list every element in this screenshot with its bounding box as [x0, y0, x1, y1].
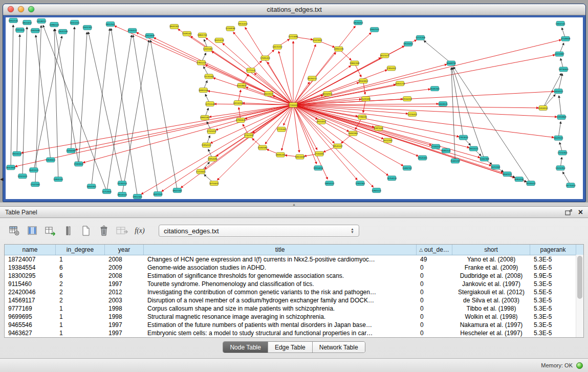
graph-node[interactable]: 15462112	[402, 166, 412, 170]
graph-node[interactable]: 16013121	[264, 92, 274, 96]
graph-node[interactable]: 17244461	[314, 151, 324, 156]
function-builder-button[interactable]: f(x)	[133, 224, 147, 238]
graph-node[interactable]: 19312441	[133, 194, 143, 199]
graph-node[interactable]: 19734403	[559, 67, 569, 72]
graph-node[interactable]: 15618813	[237, 83, 247, 88]
graph-node[interactable]: 16770414	[566, 183, 576, 188]
table-scrollbar[interactable]	[576, 255, 583, 337]
tab-node-table[interactable]: Node Table	[223, 342, 268, 353]
column-header-out_degree[interactable]: △out_de…	[417, 245, 452, 255]
network-canvas-area[interactable]: 1724006115713486120218241696122619861308…	[6, 17, 583, 199]
graph-node[interactable]: 14614408	[295, 155, 305, 159]
graph-node[interactable]: 15953808	[557, 115, 567, 119]
graph-node[interactable]: 18104124	[117, 192, 127, 197]
graph-node[interactable]: 16081341	[430, 86, 440, 91]
graph-node[interactable]: 14108212	[36, 18, 47, 23]
column-header-pagerank[interactable]: pagerank	[530, 245, 576, 255]
graph-node[interactable]: 18014412	[22, 20, 32, 25]
graph-node[interactable]: 15051311	[82, 25, 92, 30]
graph-node[interactable]: 18541061	[418, 156, 428, 160]
graph-node[interactable]: 15980124	[49, 22, 59, 27]
graph-node[interactable]: 15905131	[53, 177, 63, 182]
graph-node[interactable]: 17691413	[260, 56, 271, 60]
column-header-year[interactable]: year	[105, 245, 144, 255]
graph-node[interactable]: 17811221	[197, 60, 206, 65]
graph-node[interactable]: 16704124	[387, 176, 397, 181]
graph-node[interactable]: 17093321	[74, 162, 84, 166]
graph-node[interactable]: 18041121	[503, 172, 512, 177]
table-row[interactable]: 1938455462009Genome-wide association stu…	[5, 264, 583, 272]
graph-node[interactable]: 16954081	[208, 157, 218, 161]
graph-node[interactable]: 11431686	[361, 97, 371, 101]
graph-node[interactable]: 17786181	[357, 115, 367, 119]
table-row[interactable]: 946554611997Estimation of the future num…	[5, 321, 583, 329]
graph-node[interactable]: 18801741	[198, 33, 208, 37]
graph-node[interactable]: 15462081	[258, 145, 268, 150]
graph-node[interactable]: 16211341	[491, 165, 500, 169]
column-header-name[interactable]: name	[5, 245, 56, 255]
graph-node[interactable]: 15081441	[182, 31, 192, 36]
graph-node[interactable]: 14572212	[273, 45, 283, 49]
table-row[interactable]: 946362711997Embryonic stem cells: a mode…	[5, 329, 583, 337]
column-header-title[interactable]: title	[144, 245, 417, 255]
column-header-in_degree[interactable]: in_degree	[56, 245, 105, 255]
graph-node[interactable]: 16841461	[200, 115, 210, 120]
graph-node[interactable]: 16602141	[8, 18, 18, 23]
graph-node[interactable]: 12608401	[46, 158, 56, 162]
graph-node[interactable]: 18230212	[307, 76, 317, 81]
graph-node[interactable]: 16954208	[514, 177, 525, 182]
scrollbar-thumb[interactable]	[577, 256, 582, 299]
graph-node[interactable]: 12845121	[372, 188, 382, 193]
table-row[interactable]: 969969511998Structural magnetic resonanc…	[5, 313, 583, 321]
graph-node[interactable]: 11548408	[561, 36, 571, 41]
graph-node[interactable]: 13402141	[556, 21, 566, 26]
graph-node[interactable]: 18130414	[353, 20, 363, 25]
graph-node[interactable]: 17850312	[386, 66, 397, 71]
graph-node[interactable]: 12021824	[312, 38, 322, 42]
minimize-window-button[interactable]	[18, 6, 24, 12]
column-visibility-button[interactable]	[25, 224, 39, 238]
horizontal-splitter[interactable]: ▲	[0, 202, 588, 206]
row-height-button[interactable]	[61, 224, 75, 238]
delete-icon[interactable]	[97, 224, 111, 238]
table-row[interactable]: 977716911998Corpus callosum shape and si…	[5, 304, 583, 313]
graph-node[interactable]: 12216412	[407, 112, 418, 116]
table-row[interactable]: 1456911722003Disruption of a novel membe…	[5, 296, 583, 304]
close-panel-button[interactable]: ×	[578, 209, 583, 216]
graph-node[interactable]: 16461864	[348, 131, 358, 136]
graph-node[interactable]: 18541022	[333, 144, 343, 148]
graph-node[interactable]: 18313304	[6, 165, 16, 170]
table-selector-dropdown[interactable]: citations_edges.txt ▲▼	[159, 225, 359, 237]
graph-node[interactable]: 14420461	[203, 47, 213, 51]
graph-node[interactable]: 18112501	[105, 21, 115, 26]
table-row[interactable]: 2242004622012Investigating the contribut…	[5, 288, 583, 296]
graph-node[interactable]: 20605081	[30, 28, 40, 33]
graph-node[interactable]: 20160511	[127, 28, 137, 33]
graph-node[interactable]: 12213987	[555, 52, 565, 56]
graph-node[interactable]: 16341811	[86, 184, 96, 189]
tab-network-table[interactable]: Network Table	[313, 342, 365, 353]
graph-node[interactable]: 16551241	[70, 20, 80, 25]
graph-node[interactable]: 15462308	[480, 157, 490, 161]
graph-node[interactable]: 15441208	[450, 159, 461, 163]
graph-node[interactable]: 17240112	[431, 144, 441, 149]
graph-node[interactable]: 16415121	[29, 168, 39, 172]
table-row[interactable]: 1872400712008Changes of HCN gene express…	[5, 255, 583, 264]
graph-node[interactable]: 15954122	[202, 143, 212, 147]
graph-node[interactable]: 17520114	[207, 129, 216, 134]
graph-node[interactable]: 18120414	[403, 41, 413, 46]
graph-node[interactable]: 12751108	[205, 102, 215, 106]
graph-node[interactable]: 17913014	[459, 135, 469, 140]
graph-node[interactable]: 12641208	[58, 29, 68, 34]
graph-node[interactable]: 13310441	[15, 28, 25, 32]
graph-node[interactable]: 19154451	[316, 119, 326, 124]
graph-node[interactable]: 16648794	[446, 61, 456, 65]
graph-node[interactable]: 17210354	[558, 150, 568, 155]
graph-node[interactable]: 19245012	[526, 181, 536, 186]
network-graph[interactable]: 1724006115713486120218241696122619861308…	[6, 17, 583, 199]
float-panel-button[interactable]	[565, 209, 572, 215]
graph-node[interactable]: 17220441	[277, 127, 287, 132]
graph-node[interactable]: 18391261	[276, 152, 286, 157]
graph-node[interactable]: 17811304	[355, 181, 365, 186]
graph-node[interactable]: 19861308	[350, 61, 360, 65]
